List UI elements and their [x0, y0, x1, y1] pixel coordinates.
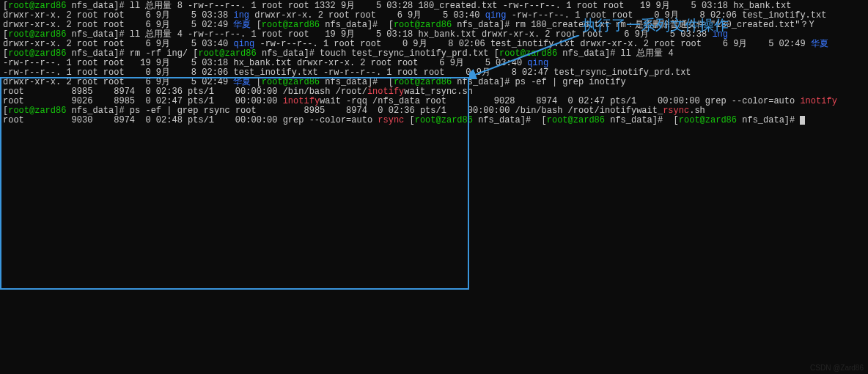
prompt-line: [root@zard86 nfs_data]#	[257, 20, 383, 30]
prompt-line: [root@zard86 nfs_data]# touch test_rsync…	[193, 48, 488, 59]
ls-row: drwxr-xr-x. 2 root root 6 9月 5 02:49 华夏	[580, 39, 828, 49]
prompt-line: [root@zard86 nfs_data]# ll	[3, 29, 140, 40]
ls-row: drwxr-xr-x. 2 root root 6 9月 5 02:49 华夏	[3, 20, 251, 30]
ps-row: root 9030 8974 0 02:48 pts/1 00:00:00 gr…	[3, 115, 404, 125]
ls-row: drwxr-xr-x. 2 root root 6 9月 5 03:38 ing	[3, 10, 249, 21]
ls-row: -rw-r--r--. 1 root root 1332 9月 5 03:28 …	[188, 1, 497, 11]
ls-row: -rw-r--r--. 1 root root 0 9月 8 02:06 tes…	[3, 67, 318, 78]
prompt-line: [root@zard86 nfs_data]# rm -rf ing/	[3, 48, 188, 59]
ps-row: root 9026 8985 0 02:47 pts/1 00:00:00 in…	[3, 96, 420, 106]
cursor	[800, 116, 805, 125]
prompt-line: [root@zard86 nfs_data]# ps -ef | grep rs…	[3, 106, 230, 116]
terminal-output[interactable]: [root@zard86 nfs_data]# ll 总用量 8 -rw-r--…	[3, 1, 865, 125]
total-line: 总用量 8	[145, 1, 182, 11]
prompt-line: [root@zard86 nfs_data]#	[257, 77, 383, 87]
prompt-line: [root@zard86 nfs_data]#	[410, 115, 537, 125]
prompt-line: [root@zard86 nfs_data]# ps -ef | grep in…	[389, 77, 626, 87]
prompt-line: [root@zard86 nfs_data]#	[674, 115, 801, 125]
total-line: 总用量 4	[636, 48, 673, 59]
prompt-line: [root@zard86 nfs_data]#	[542, 115, 669, 125]
ls-row: drwxr-xr-x. 2 root root 6 9月 5 03:40 qin…	[297, 58, 548, 68]
ls-row: -rw-r--r--. 1 root root 19 9月 5 03:18 hx…	[503, 1, 792, 11]
prompt-line: [root@zard86 nfs_data]# rm 180_created.t…	[389, 20, 610, 30]
ls-row: -rw-r--r--. 1 root root 19 9月 5 03:18 hx…	[3, 58, 292, 68]
ps-row: root 9028 8974 0 02:47 pts/1 00:00:00 gr…	[425, 96, 837, 106]
ps-row: root 8985 8974 0 02:36 pts/1 00:00:00 /b…	[3, 87, 473, 97]
ls-row: drwxr-xr-x. 2 root root 6 9月 5 03:40 qin…	[3, 39, 254, 49]
prompt-line: [root@zard86 nfs_data]# ll	[3, 1, 140, 11]
ls-row: drwxr-xr-x. 2 root root 6 9月 5 03:40 qin…	[254, 10, 506, 21]
ls-row: -rw-r--r--. 1 root root 0 9月 8 02:06 tes…	[260, 39, 575, 49]
prompt-line: [root@zard86 nfs_data]# ll	[494, 48, 631, 59]
total-line: 总用量 4	[145, 29, 182, 40]
ls-row: -rw-r--r--. 1 root root 0 9月 8 02:47 tes…	[323, 67, 691, 78]
ls-row: drwxr-xr-x. 2 root root 6 9月 5 02:49 华夏	[3, 77, 251, 87]
ls-row: -rw-r--r--. 1 root root 19 9月 5 03:18 hx…	[188, 29, 477, 40]
watermark: CSDN @Zard86	[810, 363, 864, 373]
ps-row: root 8985 8974 0 02:36 pts/1 00:00:00 /b…	[235, 106, 705, 116]
annotation-text: 执行了一系列文件操作	[582, 21, 729, 30]
